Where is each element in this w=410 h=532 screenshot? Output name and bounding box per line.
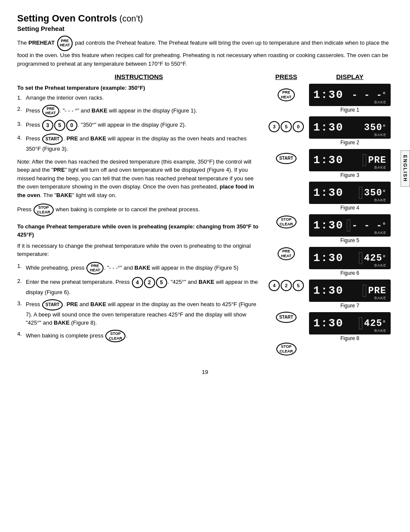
press-key-3: 3 <box>269 121 280 132</box>
figure-4-label: Figure 4 <box>340 205 359 211</box>
press-key-5c: 5 <box>293 280 304 291</box>
figure-5-label: Figure 5 <box>340 237 359 243</box>
figure-6-label: Figure 6 <box>340 270 359 276</box>
press-key-2b: 2 <box>281 280 292 291</box>
step-2-4: 4. When baking is complete press STOPCLE… <box>17 330 260 343</box>
stop-clear-key-1: STOPCLEAR <box>34 204 54 216</box>
display-fig5: 1:30 - - -° BAKE <box>309 214 391 237</box>
press-start-1: START <box>275 147 297 170</box>
preheat-label: PREHEAT <box>28 40 55 46</box>
pre-heat-key-2: PREHEAT <box>86 262 104 275</box>
instructions-header: INSTRUCTIONS <box>17 73 260 80</box>
press-key-4: 4 <box>269 280 280 291</box>
press-425: 425 <box>268 274 304 297</box>
press-preheat-1: PREHEAT <box>277 84 295 106</box>
press-key-0: 0 <box>293 121 304 132</box>
preheat-icon: PREHEAT <box>57 36 73 51</box>
start-key-1: START <box>42 134 63 145</box>
instructions-col: INSTRUCTIONS To set the Preheat temperat… <box>17 73 269 360</box>
section2-intro: If it is necessary to change the preheat… <box>17 242 260 258</box>
step-1: 1. Arrange the interior oven racks. <box>17 94 260 102</box>
pre-heat-key-1: PREHEAT <box>42 105 59 118</box>
display-fig6: 1:30 425° BAKE <box>309 247 391 269</box>
step-2-3: 3. Press START. PRE and BAKE will appear… <box>17 299 260 327</box>
step-2-1: 1. While preheating, press PREHEAT. "- -… <box>17 262 260 275</box>
section-subtitle: Setting Preheat <box>17 25 393 32</box>
key-5: 5 <box>54 120 65 131</box>
press-header: PRESS <box>275 73 297 80</box>
note-paragraph: Note: After the oven has reached the des… <box>17 158 260 200</box>
step-3: 3. Press 350. "350°" will appear in the … <box>17 120 260 131</box>
display-fig8: 1:30 425° BAKE <box>309 312 391 334</box>
press-key-5: 5 <box>281 121 292 132</box>
figure-1-label: Figure 1 <box>340 107 359 113</box>
press-stop-clear: STOPCLEAR <box>276 211 297 233</box>
figure-3-label: Figure 3 <box>340 172 359 178</box>
section2-title: To change Preheat temperature while oven… <box>17 222 260 239</box>
main-layout: INSTRUCTIONS To set the Preheat temperat… <box>17 73 393 360</box>
display-fig3: 1:30 PRE BAKE <box>309 149 391 171</box>
pre-heat-press-2: PREHEAT <box>278 247 295 260</box>
intro-paragraph: The PREHEAT PREHEAT pad controls the Pre… <box>17 36 393 68</box>
step-2: 2. Press PREHEAT. "- - - °" and BAKE wil… <box>17 105 260 118</box>
stop-clear-press-2: STOPCLEAR <box>276 343 297 356</box>
page-title: Setting Oven Controls (con't) <box>17 13 393 24</box>
figure-8-label: Figure 8 <box>340 335 359 341</box>
key-2: 2 <box>144 277 155 288</box>
start-key-2: START <box>42 299 63 310</box>
steps-list-2: 1. While preheating, press PREHEAT. "- -… <box>17 262 260 343</box>
pre-heat-press-1: PREHEAT <box>278 88 295 101</box>
key-5b: 5 <box>156 277 167 288</box>
figure-7-label: Figure 7 <box>340 303 359 309</box>
stop-clear-press: STOPCLEAR <box>276 216 297 228</box>
press-350: 350 <box>268 116 304 138</box>
press-cancel: Press STOPCLEAR when baking is complete … <box>17 204 260 216</box>
step-2-2: 2. Enter the new preheat temperature. Pr… <box>17 277 260 297</box>
key-0: 0 <box>66 120 77 131</box>
display-fig1: 1:30 - - -° BAKE <box>309 84 391 106</box>
stop-clear-key-2: STOPCLEAR <box>105 330 125 343</box>
start-press-1: START <box>276 153 297 164</box>
display-header: DISPLAY <box>336 73 364 80</box>
display-fig4: 1:30 350° BAKE <box>309 182 391 204</box>
page-number: 19 <box>17 369 393 375</box>
start-press-2: START <box>276 312 297 323</box>
steps-list-1: 1. Arrange the interior oven racks. 2. P… <box>17 94 260 153</box>
press-column: PRESS PREHEAT 350 START STOPCLEAR <box>269 73 303 360</box>
display-fig7: 1:30 PRE BAKE <box>309 280 391 302</box>
section1-title: To set the Preheat temperature (example:… <box>17 85 260 91</box>
title-suffix: (con't) <box>117 14 143 23</box>
press-start-2: START <box>275 306 297 328</box>
press-preheat-2: PREHEAT <box>277 243 295 265</box>
display-column: DISPLAY 1:30 - - -° BAKE Figure 1 1:30 3… <box>307 73 393 345</box>
press-stop-2: STOPCLEAR <box>276 338 297 360</box>
step-4: 4. Press START. PRE and BAKE will appear… <box>17 134 260 153</box>
key-3: 3 <box>42 120 53 131</box>
display-fig2: 1:30 350° BAKE <box>309 116 391 139</box>
figure-2-label: Figure 2 <box>340 140 359 146</box>
key-4: 4 <box>132 277 143 288</box>
side-tab: ENGLISH <box>401 150 410 187</box>
press-display-section: PRESS PREHEAT 350 START STOPCLEAR <box>269 73 393 360</box>
